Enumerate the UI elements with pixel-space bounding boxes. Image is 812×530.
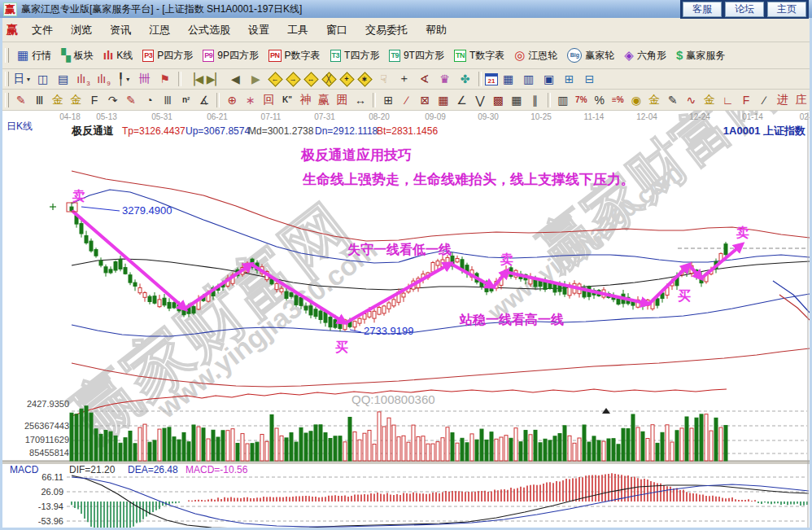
next-page-button-icon[interactable]: ▶: [246, 71, 266, 87]
menu-item-2[interactable]: 浏览: [62, 20, 101, 40]
red-marker-tool-icon[interactable]: ✎: [122, 92, 141, 108]
menu-item-10[interactable]: 帮助: [417, 20, 456, 40]
k-ticks-tool-icon[interactable]: K": [278, 92, 297, 108]
angle-lines-tool-icon[interactable]: ∠: [452, 92, 471, 108]
pan-horizontal-tool-icon[interactable]: ↔: [302, 71, 320, 87]
chart-canvas[interactable]: 赢家财富网www.yingjia360.com赢家财富网www.yingjia3…: [0, 111, 812, 530]
candle-body: [353, 322, 356, 327]
quotes-button[interactable]: ▦行情: [12, 46, 56, 65]
calculator-tool-icon[interactable]: ▦: [498, 71, 518, 87]
gann-wheel-button[interactable]: ◎江恩轮: [509, 46, 562, 65]
zhuang-tool-icon[interactable]: 庄: [792, 92, 810, 108]
ying-ruler-tool-icon[interactable]: 赢: [315, 92, 334, 108]
gold-circle-tool-icon[interactable]: ◉: [627, 92, 646, 108]
pattern-tool-icon[interactable]: 卌: [134, 71, 155, 87]
data-transfer-tool-icon[interactable]: ⊟: [579, 71, 600, 87]
crosshair-tool-icon[interactable]: ＋: [394, 71, 414, 87]
kline-button[interactable]: ılıK线: [98, 46, 138, 65]
homepage-button[interactable]: 主页: [767, 2, 806, 17]
menu-item-6[interactable]: 设置: [239, 20, 278, 40]
candle-body: [153, 296, 156, 304]
percent-tool-icon[interactable]: %: [591, 92, 609, 108]
t-number-table-button[interactable]: TNT数字表: [449, 46, 509, 65]
9p-square-button[interactable]: P99P四方形: [198, 46, 264, 65]
ray-box-tool-icon[interactable]: ⊠: [416, 92, 434, 108]
winner-service-button[interactable]: $赢家服务: [671, 46, 730, 65]
percent-chart-tool-icon[interactable]: ▥: [554, 92, 573, 108]
info-panel-tool-icon[interactable]: ▤: [53, 71, 73, 87]
zoom-diagonal-tool-icon[interactable]: ╳: [320, 71, 338, 87]
percent-lines-tool-icon[interactable]: ≡%: [609, 92, 627, 108]
plain-ruler-icon[interactable]: Ⅲ: [159, 92, 177, 108]
j-angle-tool-icon[interactable]: ∟: [718, 92, 737, 108]
parallel-lines-tool-icon[interactable]: ∥: [526, 92, 544, 108]
gold-bar-tool-icon[interactable]: 金: [701, 92, 719, 108]
menu-item-9[interactable]: 交易委托: [356, 20, 417, 40]
v-lines-tool-icon[interactable]: ⋁: [471, 92, 490, 108]
slope-tool-icon[interactable]: ∕: [755, 92, 774, 108]
span-arrow-tool-icon[interactable]: ↔: [351, 92, 370, 108]
tick-ruler-tool-icon[interactable]: Ⅲ: [30, 92, 49, 108]
menu-item-4[interactable]: 江恩: [140, 20, 179, 40]
window-layout-tool-icon[interactable]: 日▼: [12, 71, 33, 87]
dark-grid-tool-icon[interactable]: ▩: [489, 92, 508, 108]
t-square-button[interactable]: T3T四方形: [325, 46, 385, 65]
seven-percent-tool-icon[interactable]: 7%: [572, 92, 591, 108]
sectors-button[interactable]: ▚板块: [56, 46, 98, 65]
winner-wheel-button[interactable]: Big赢家轮: [562, 46, 619, 65]
hand-tool-icon[interactable]: ☟: [373, 71, 394, 87]
calendar-tool-icon[interactable]: 21: [485, 73, 498, 85]
share-tool-icon[interactable]: ⊞: [559, 71, 579, 87]
save-tool-icon[interactable]: ▣: [539, 71, 559, 87]
hexagon-button[interactable]: ◈六角形: [619, 46, 671, 65]
chart-overview-tool-icon[interactable]: ◫: [33, 71, 53, 87]
menu-item-5[interactable]: 公式选股: [179, 20, 239, 40]
golden-ratio-ruler-2-icon[interactable]: 金: [67, 92, 85, 108]
p-number-table-button[interactable]: PNP数字表: [264, 46, 325, 65]
black-grid-tool-icon[interactable]: ▦: [508, 92, 526, 108]
spiral-tool-icon[interactable]: ✤: [455, 71, 475, 87]
ray-grid-tool-icon[interactable]: ▦: [434, 92, 453, 108]
bars-9-view-icon[interactable]: ılı9: [94, 71, 114, 87]
jin-tool-icon[interactable]: 进: [774, 92, 792, 108]
forum-button[interactable]: 论坛: [725, 2, 764, 17]
ray-fan-tool-icon[interactable]: ∕: [398, 92, 417, 108]
grid-frame-tool-icon[interactable]: ⊞: [379, 92, 398, 108]
bars-3-view-icon[interactable]: ılı3: [73, 71, 94, 87]
square-spiral-tool-icon[interactable]: 回: [260, 92, 278, 108]
zoom-all-tool-icon[interactable]: +: [338, 71, 356, 87]
shen-ruler-tool-icon[interactable]: 神: [296, 92, 315, 108]
gold-lines-tool-icon[interactable]: 金: [645, 92, 664, 108]
gann-target-tool-icon[interactable]: ⊕: [223, 92, 242, 108]
notes-tool-icon[interactable]: ▥: [518, 71, 539, 87]
p-square-button[interactable]: P3P四方形: [138, 46, 198, 65]
prev-page-button-icon[interactable]: ◀: [225, 71, 246, 87]
pan-right-tool-icon[interactable]: →: [284, 71, 302, 87]
pencil-flag-tool-icon[interactable]: ✎: [664, 92, 683, 108]
grid-123-tool-icon[interactable]: 囲: [333, 92, 351, 108]
menu-item-8[interactable]: 窗口: [317, 20, 356, 40]
first-page-button-icon[interactable]: ▕◀: [185, 71, 205, 87]
last-page-button-icon[interactable]: ▶▏: [205, 71, 225, 87]
n-square-ruler-icon[interactable]: n²: [177, 92, 195, 108]
customer-service-button[interactable]: 客服: [683, 2, 722, 17]
menu-item-1[interactable]: 文件: [23, 20, 62, 40]
9t-square-button[interactable]: T99T四方形: [384, 46, 449, 65]
golden-ratio-ruler-1-icon[interactable]: 金: [49, 92, 68, 108]
indicator-flag-tool-icon[interactable]: ⚑: [155, 71, 175, 87]
fibonacci-ruler-icon[interactable]: F: [85, 92, 104, 108]
menu-item-7[interactable]: 工具: [278, 20, 317, 40]
pan-left-tool-icon[interactable]: ←: [266, 71, 284, 87]
f-angle-tool-icon[interactable]: F: [737, 92, 756, 108]
cycle-ruler-icon[interactable]: ◔: [140, 92, 159, 108]
candle-style-tool-icon[interactable]: ╿▼: [114, 71, 134, 87]
gann-web-tool-icon[interactable]: ∗: [242, 92, 260, 108]
pen-knife-tool-icon[interactable]: ✎: [12, 92, 31, 108]
angle-ruler-icon[interactable]: ∡: [195, 92, 214, 108]
gann-palace-tool-icon[interactable]: ♛: [434, 71, 455, 87]
angle-measure-tool-icon[interactable]: ∢: [414, 71, 434, 87]
wave-tool-icon[interactable]: ∿: [682, 92, 701, 108]
expand-all-tool-icon[interactable]: ∗: [356, 71, 373, 87]
arc-ruler-icon[interactable]: ↷: [103, 92, 122, 108]
menu-item-3[interactable]: 资讯: [101, 20, 140, 40]
